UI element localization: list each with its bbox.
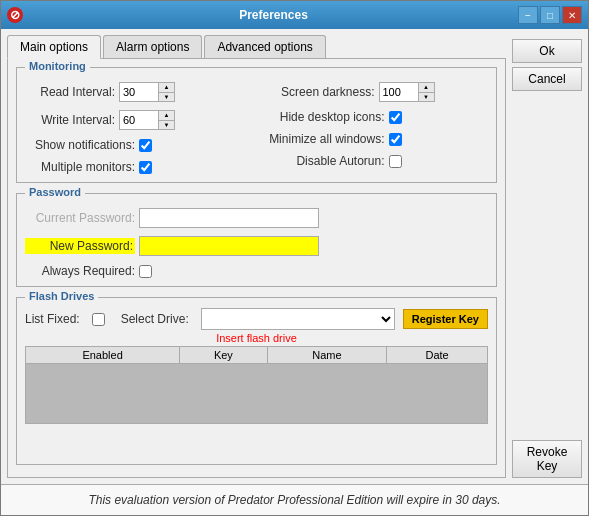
bottom-status-bar: This evaluation version of Predator Prof… — [1, 484, 588, 515]
read-interval-label: Read Interval: — [25, 85, 115, 99]
insert-flash-label: Insert flash drive — [25, 332, 488, 344]
screen-darkness-spinner: 100 ▲ ▼ — [379, 82, 435, 102]
read-interval-row: Read Interval: 30 ▲ ▼ — [25, 82, 249, 102]
hide-desktop-checkbox[interactable] — [389, 111, 402, 124]
write-interval-row: Write Interval: 60 ▲ ▼ — [25, 110, 249, 130]
flash-drives-group: Flash Drives List Fixed: Select Drive: R… — [16, 297, 497, 465]
flash-drives-group-label: Flash Drives — [25, 290, 98, 302]
password-group: Password Current Password: New Password:… — [16, 193, 497, 287]
list-fixed-label: List Fixed: — [25, 312, 80, 326]
monitoring-group: Monitoring Read Interval: 30 ▲ ▼ — [16, 67, 497, 183]
title-bar: ⊘ Preferences − □ ✕ — [1, 1, 588, 29]
write-interval-spin-buttons: ▲ ▼ — [159, 110, 175, 130]
password-group-label: Password — [25, 186, 85, 198]
col-enabled: Enabled — [26, 347, 180, 364]
current-password-input[interactable] — [139, 208, 319, 228]
cancel-button[interactable]: Cancel — [512, 67, 582, 91]
app-icon: ⊘ — [7, 7, 23, 23]
show-notifications-label: Show notifications: — [25, 138, 135, 152]
ok-button[interactable]: Ok — [512, 39, 582, 63]
multiple-monitors-checkbox[interactable] — [139, 161, 152, 174]
flash-controls-row: List Fixed: Select Drive: Register Key — [25, 308, 488, 330]
evaluation-notice: This evaluation version of Predator Prof… — [88, 493, 500, 507]
screen-darkness-input[interactable]: 100 — [379, 82, 419, 102]
screen-darkness-spin-buttons: ▲ ▼ — [419, 82, 435, 102]
multiple-monitors-label: Multiple monitors: — [25, 160, 135, 174]
screen-darkness-down[interactable]: ▼ — [419, 93, 434, 102]
hide-desktop-label: Hide desktop icons: — [265, 110, 385, 124]
list-fixed-checkbox[interactable] — [92, 313, 105, 326]
read-interval-input[interactable]: 30 — [119, 82, 159, 102]
table-row — [26, 364, 488, 424]
col-date: Date — [387, 347, 488, 364]
write-interval-down[interactable]: ▼ — [159, 121, 174, 130]
side-buttons: Ok Cancel Revoke Key — [512, 35, 582, 478]
monitoring-group-label: Monitoring — [25, 60, 90, 72]
screen-darkness-label: Screen darkness: — [265, 85, 375, 99]
close-button[interactable]: ✕ — [562, 6, 582, 24]
tab-advanced[interactable]: Advanced options — [204, 35, 325, 58]
always-required-checkbox[interactable] — [139, 265, 152, 278]
always-required-label: Always Required: — [25, 264, 135, 278]
tab-alarm[interactable]: Alarm options — [103, 35, 202, 58]
write-interval-up[interactable]: ▲ — [159, 111, 174, 121]
content-panel: Monitoring Read Interval: 30 ▲ ▼ — [7, 59, 506, 478]
write-interval-input[interactable]: 60 — [119, 110, 159, 130]
preferences-window: ⊘ Preferences − □ ✕ Main options Alarm o… — [0, 0, 589, 516]
empty-table-cell — [26, 364, 488, 424]
new-password-input[interactable] — [139, 236, 319, 256]
window-body: Main options Alarm options Advanced opti… — [1, 29, 588, 484]
minimize-windows-row: Minimize all windows: — [265, 132, 489, 146]
minimize-windows-label: Minimize all windows: — [265, 132, 385, 146]
current-password-label: Current Password: — [25, 211, 135, 225]
table-body — [26, 364, 488, 424]
disable-autorun-label: Disable Autorun: — [265, 154, 385, 168]
flash-drives-table: Enabled Key Name Date — [25, 346, 488, 424]
disable-autorun-row: Disable Autorun: — [265, 154, 489, 168]
tab-bar: Main options Alarm options Advanced opti… — [7, 35, 506, 59]
new-password-row: New Password: — [25, 236, 488, 256]
select-drive-label: Select Drive: — [121, 312, 189, 326]
screen-darkness-up[interactable]: ▲ — [419, 83, 434, 93]
minimize-windows-checkbox[interactable] — [389, 133, 402, 146]
disable-autorun-checkbox[interactable] — [389, 155, 402, 168]
show-notifications-row: Show notifications: — [25, 138, 249, 152]
read-interval-down[interactable]: ▼ — [159, 93, 174, 102]
minimize-button[interactable]: − — [518, 6, 538, 24]
tab-main[interactable]: Main options — [7, 35, 101, 59]
multiple-monitors-row: Multiple monitors: — [25, 160, 249, 174]
register-key-button[interactable]: Register Key — [403, 309, 488, 329]
read-interval-spinner: 30 ▲ ▼ — [119, 82, 175, 102]
select-drive-dropdown[interactable] — [201, 308, 395, 330]
write-interval-label: Write Interval: — [25, 113, 115, 127]
revoke-key-button[interactable]: Revoke Key — [512, 440, 582, 478]
window-title: Preferences — [29, 8, 518, 22]
new-password-label: New Password: — [25, 238, 135, 254]
read-interval-up[interactable]: ▲ — [159, 83, 174, 93]
read-interval-spin-buttons: ▲ ▼ — [159, 82, 175, 102]
col-key: Key — [180, 347, 267, 364]
window-controls: − □ ✕ — [518, 6, 582, 24]
table-header-row: Enabled Key Name Date — [26, 347, 488, 364]
col-name: Name — [267, 347, 387, 364]
main-area: Main options Alarm options Advanced opti… — [7, 35, 506, 478]
always-required-row: Always Required: — [25, 264, 488, 278]
screen-darkness-row: Screen darkness: 100 ▲ ▼ — [265, 82, 489, 102]
maximize-button[interactable]: □ — [540, 6, 560, 24]
write-interval-spinner: 60 ▲ ▼ — [119, 110, 175, 130]
current-password-row: Current Password: — [25, 208, 488, 228]
show-notifications-checkbox[interactable] — [139, 139, 152, 152]
hide-desktop-row: Hide desktop icons: — [265, 110, 489, 124]
